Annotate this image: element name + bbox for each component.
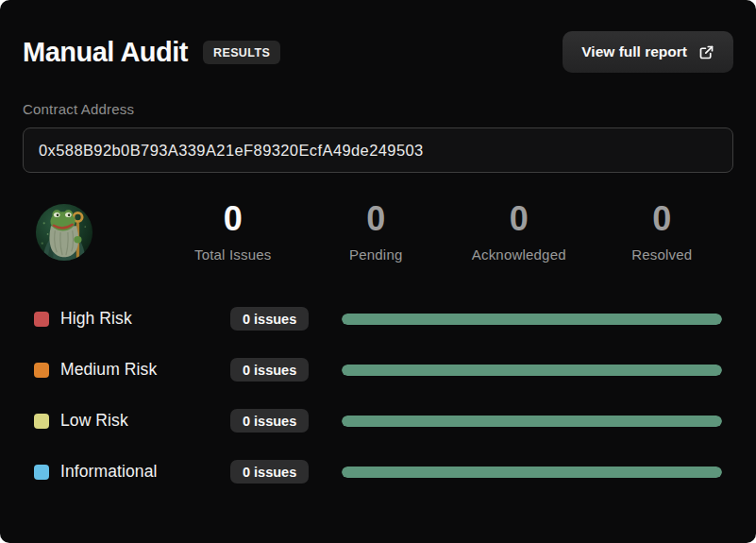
informational-progress-bar — [342, 467, 722, 478]
high-risk-label: High Risk — [60, 309, 230, 329]
low-risk-swatch-icon — [34, 414, 49, 429]
stat-total-issues: 0 Total Issues — [161, 200, 305, 263]
medium-risk-swatch-icon — [34, 363, 49, 378]
high-risk-swatch-icon — [34, 312, 49, 327]
page-title: Manual Audit — [23, 37, 188, 68]
informational-label: Informational — [60, 462, 230, 482]
high-risk-count-badge: 0 issues — [230, 307, 309, 331]
low-risk-progress-track — [342, 416, 722, 427]
stat-pending-value: 0 — [305, 200, 448, 238]
medium-risk-label: Medium Risk — [60, 360, 230, 380]
low-risk-progress-bar — [342, 416, 722, 427]
view-full-report-button[interactable]: View full report — [563, 31, 733, 73]
risk-row-medium: Medium Risk 0 issues — [23, 345, 733, 396]
stat-acknowledged-label: Acknowledged — [447, 246, 591, 263]
medium-risk-progress-bar — [342, 365, 722, 376]
stat-pending: 0 Pending — [305, 200, 448, 263]
stat-resolved-value: 0 — [591, 200, 734, 238]
informational-swatch-icon — [34, 465, 49, 480]
medium-risk-count-badge: 0 issues — [230, 358, 309, 382]
external-link-icon — [698, 44, 714, 60]
results-badge: RESULTS — [203, 41, 280, 64]
informational-count-badge: 0 issues — [230, 460, 309, 484]
risk-list: High Risk 0 issues Medium Risk 0 issues … — [23, 294, 733, 498]
stat-resolved: 0 Resolved — [591, 200, 734, 263]
stat-pending-label: Pending — [305, 246, 448, 263]
contract-address-input[interactable] — [23, 127, 733, 173]
low-risk-label: Low Risk — [60, 411, 230, 431]
low-risk-count-badge: 0 issues — [230, 409, 309, 433]
stat-columns: 0 Total Issues 0 Pending 0 Acknowledged … — [161, 200, 733, 263]
high-risk-progress-bar — [342, 314, 722, 325]
risk-row-low: Low Risk 0 issues — [23, 396, 733, 447]
risk-row-informational: Informational 0 issues — [23, 447, 733, 498]
medium-risk-progress-track — [342, 365, 722, 376]
contract-address-label: Contract Address — [23, 101, 733, 117]
stat-acknowledged-value: 0 — [447, 200, 591, 238]
stat-acknowledged: 0 Acknowledged — [447, 200, 591, 263]
token-avatar — [35, 203, 93, 262]
stat-total-issues-value: 0 — [161, 200, 305, 238]
stat-resolved-label: Resolved — [591, 246, 734, 263]
stats-row: 0 Total Issues 0 Pending 0 Acknowledged … — [23, 200, 733, 263]
view-full-report-label: View full report — [581, 43, 687, 60]
stat-total-issues-label: Total Issues — [161, 246, 305, 263]
risk-row-high: High Risk 0 issues — [23, 294, 733, 345]
frog-wizard-logo-icon — [35, 203, 93, 262]
manual-audit-panel: Manual Audit RESULTS View full report Co… — [0, 0, 756, 543]
high-risk-progress-track — [342, 314, 722, 325]
informational-progress-track — [342, 467, 722, 478]
header: Manual Audit RESULTS View full report — [23, 0, 733, 73]
